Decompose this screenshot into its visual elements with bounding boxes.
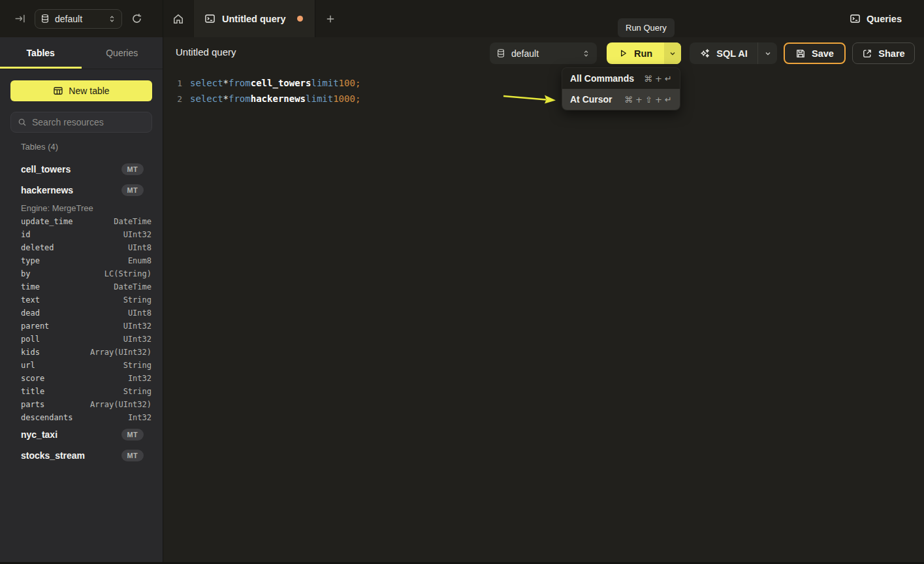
- engine-badge: MT: [121, 163, 144, 175]
- column-name: parent: [21, 322, 49, 331]
- sql-ai-label: SQL AI: [716, 48, 748, 59]
- share-button[interactable]: Share: [852, 42, 915, 64]
- sql-token: select: [190, 93, 223, 104]
- column-row: update_timeDateTime: [10, 215, 152, 228]
- sidebar-tab-queries[interactable]: Queries: [82, 37, 163, 69]
- main-panel: Untitled query default Run: [164, 37, 924, 562]
- sql-token: from: [229, 78, 251, 88]
- column-row: deletedUInt8: [10, 241, 152, 254]
- tab-label: Untitled query: [222, 14, 285, 24]
- plus-icon: [325, 14, 336, 24]
- queries-button[interactable]: Queries: [850, 0, 902, 37]
- column-name: deleted: [21, 243, 54, 252]
- queries-button-label: Queries: [867, 14, 902, 24]
- column-row: urlString: [10, 359, 152, 372]
- table-name: stocks_stream: [21, 450, 85, 461]
- database-select-top[interactable]: default: [35, 9, 122, 29]
- tables-section-title: Tables (4): [10, 142, 152, 159]
- run-options-button[interactable]: [664, 42, 681, 64]
- new-table-button[interactable]: New table: [10, 80, 152, 101]
- column-row: textString: [10, 293, 152, 307]
- search-icon: [18, 118, 27, 127]
- refresh-icon[interactable]: [131, 13, 142, 24]
- tab-untitled-query[interactable]: Untitled query: [194, 0, 315, 37]
- tables-section: Tables (4) cell_towersMThackernewsMTEngi…: [0, 142, 163, 466]
- sql-token: *: [223, 93, 229, 104]
- table-name: cell_towers: [21, 164, 71, 174]
- run-options-menu: All Commands⌘ + ↵At Cursor⌘ + ⇧ + ↵: [562, 67, 680, 110]
- column-name: url: [21, 361, 35, 370]
- column-row: pollUInt32: [10, 333, 152, 346]
- save-button[interactable]: Save: [784, 42, 846, 64]
- search-input[interactable]: [32, 117, 150, 127]
- sidebar-collapse-icon[interactable]: [14, 13, 25, 24]
- column-type: DateTime: [114, 282, 151, 291]
- column-type: String: [123, 295, 151, 305]
- engine-badge: MT: [121, 450, 144, 461]
- active-tab-underline: [0, 67, 82, 69]
- menu-item-at-cursor[interactable]: At Cursor⌘ + ⇧ + ↵: [562, 89, 680, 110]
- sparkles-icon: [699, 48, 710, 59]
- column-row: titleString: [10, 385, 152, 398]
- column-type: UInt32: [123, 230, 151, 239]
- run-button[interactable]: Run: [607, 42, 664, 64]
- sql-ai-button[interactable]: SQL AI: [690, 42, 757, 64]
- column-type: UInt8: [128, 243, 151, 252]
- column-name: title: [21, 387, 44, 396]
- column-type: Int32: [128, 413, 151, 422]
- column-name: text: [21, 295, 40, 305]
- menu-item-all-commands[interactable]: All Commands⌘ + ↵: [562, 68, 680, 89]
- table-row-hackernews[interactable]: hackernewsMT: [10, 180, 152, 201]
- annotation-arrow: [502, 93, 558, 105]
- column-row: timeDateTime: [10, 280, 152, 293]
- column-type: Array(UInt32): [90, 400, 151, 409]
- column-row: parentUInt32: [10, 320, 152, 333]
- table-name: nyc_taxi: [21, 429, 57, 440]
- column-name: id: [21, 230, 30, 239]
- engine-badge: MT: [121, 184, 144, 196]
- home-icon: [172, 13, 184, 25]
- column-type: UInt32: [123, 335, 151, 344]
- database-select-toolbar[interactable]: default: [490, 42, 597, 64]
- column-name: type: [21, 256, 40, 265]
- column-row: partsArray(UInt32): [10, 398, 152, 411]
- tables-list: cell_towersMThackernewsMTEngine: MergeTr…: [10, 159, 152, 466]
- updown-chevrons-icon: [582, 49, 590, 58]
- run-query-tooltip: Run Query: [618, 18, 675, 37]
- sql-token: hackernews: [251, 93, 306, 104]
- column-name: kids: [21, 348, 40, 357]
- menu-item-shortcut: ⌘ + ↵: [644, 74, 672, 84]
- table-row-nyc_taxi[interactable]: nyc_taxiMT: [10, 424, 152, 445]
- column-name: score: [21, 374, 44, 383]
- column-type: Int32: [128, 374, 151, 383]
- column-name: update_time: [21, 217, 72, 226]
- column-list: update_timeDateTimeidUInt32deletedUInt8t…: [10, 215, 152, 424]
- sql-token: 1000;: [333, 93, 360, 104]
- table-row-stocks_stream[interactable]: stocks_streamMT: [10, 445, 152, 466]
- top-bar-left: default: [0, 0, 163, 37]
- home-button[interactable]: [163, 0, 194, 37]
- column-type: LC(String): [104, 269, 151, 278]
- run-button-group: Run: [607, 42, 681, 64]
- sidebar-tab-tables[interactable]: Tables: [0, 37, 82, 69]
- column-type: DateTime: [114, 217, 151, 226]
- sql-token: from: [229, 93, 251, 104]
- share-icon: [862, 48, 872, 59]
- column-type: Enum8: [128, 256, 151, 265]
- column-row: idUInt32: [10, 228, 152, 241]
- query-title: Untitled query: [176, 46, 236, 58]
- column-type: UInt32: [123, 322, 151, 331]
- database-select-top-value: default: [55, 14, 103, 24]
- sql-ai-options-button[interactable]: [757, 42, 777, 64]
- table-row-cell_towers[interactable]: cell_towersMT: [10, 159, 152, 180]
- play-icon: [618, 48, 628, 58]
- sidebar: Tables Queries New table Tables (4) cell…: [0, 37, 163, 562]
- column-row: byLC(String): [10, 267, 152, 280]
- column-type: String: [123, 387, 151, 396]
- share-button-label: Share: [878, 48, 904, 59]
- table-icon: [53, 86, 63, 96]
- column-type: String: [123, 361, 151, 370]
- new-tab-button[interactable]: [315, 0, 345, 37]
- top-bar: default Untitled query: [0, 0, 924, 37]
- sql-token: 100;: [339, 78, 361, 88]
